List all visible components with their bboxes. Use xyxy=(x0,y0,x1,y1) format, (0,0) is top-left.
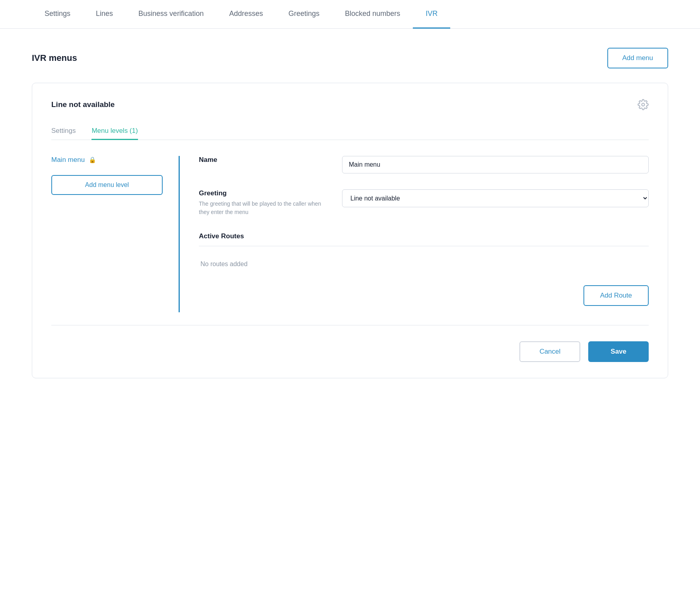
greeting-form-row: Greeting The greeting that will be playe… xyxy=(199,189,649,216)
nav-item-lines[interactable]: Lines xyxy=(83,0,126,29)
tab-settings[interactable]: Settings xyxy=(51,123,76,140)
card-header: Line not available xyxy=(51,99,649,110)
nav-item-greetings[interactable]: Greetings xyxy=(276,0,332,29)
card-title: Line not available xyxy=(51,100,115,109)
page-header: IVR menus Add menu xyxy=(32,48,668,68)
no-routes-text: No routes added xyxy=(199,256,649,272)
add-menu-button[interactable]: Add menu xyxy=(607,48,669,68)
nav-item-addresses[interactable]: Addresses xyxy=(216,0,276,29)
greeting-hint: The greeting that will be played to the … xyxy=(199,200,326,216)
card-divider xyxy=(51,325,649,325)
nav-item-ivr[interactable]: IVR xyxy=(413,0,450,29)
active-routes-section: Active Routes No routes added xyxy=(199,232,649,272)
active-routes-header: Active Routes xyxy=(199,232,649,246)
active-routes-title: Active Routes xyxy=(199,232,244,240)
page-title: IVR menus xyxy=(32,53,77,63)
greeting-control-col: Line not available Welcome After hours H… xyxy=(342,189,649,207)
greeting-label-col: Greeting The greeting that will be playe… xyxy=(199,189,326,216)
name-label-col: Name xyxy=(199,156,326,166)
name-input[interactable] xyxy=(342,156,649,173)
add-menu-level-button[interactable]: Add menu level xyxy=(51,175,163,195)
main-menu-item[interactable]: Main menu 🔒 xyxy=(51,156,163,164)
tab-menu-levels[interactable]: Menu levels (1) xyxy=(91,123,138,140)
nav-item-settings[interactable]: Settings xyxy=(32,0,83,29)
gear-icon[interactable] xyxy=(638,99,649,110)
lock-icon: 🔒 xyxy=(89,156,96,163)
name-form-row: Name xyxy=(199,156,649,173)
main-panel: Name Greeting The greeting that will be … xyxy=(179,156,649,312)
main-content: IVR menus Add menu Line not available Se… xyxy=(0,29,700,397)
add-route-wrapper: Add Route xyxy=(199,285,649,306)
main-menu-label: Main menu xyxy=(51,156,85,164)
sidebar-panel: Main menu 🔒 Add menu level xyxy=(51,156,179,312)
name-label: Name xyxy=(199,156,326,164)
top-navigation: Settings Lines Business verification Add… xyxy=(0,0,700,29)
greeting-label: Greeting xyxy=(199,189,326,197)
card-footer: Cancel Save xyxy=(51,338,649,362)
save-button[interactable]: Save xyxy=(588,341,649,362)
ivr-card: Line not available Settings Menu levels … xyxy=(32,83,668,378)
nav-item-business-verification[interactable]: Business verification xyxy=(126,0,216,29)
svg-point-0 xyxy=(642,103,645,106)
nav-item-blocked-numbers[interactable]: Blocked numbers xyxy=(332,0,413,29)
name-control-col xyxy=(342,156,649,173)
add-route-button[interactable]: Add Route xyxy=(583,285,649,306)
card-tabs: Settings Menu levels (1) xyxy=(51,123,649,140)
cancel-button[interactable]: Cancel xyxy=(519,341,580,362)
content-layout: Main menu 🔒 Add menu level Name xyxy=(51,156,649,312)
greeting-select[interactable]: Line not available Welcome After hours H… xyxy=(342,189,649,207)
